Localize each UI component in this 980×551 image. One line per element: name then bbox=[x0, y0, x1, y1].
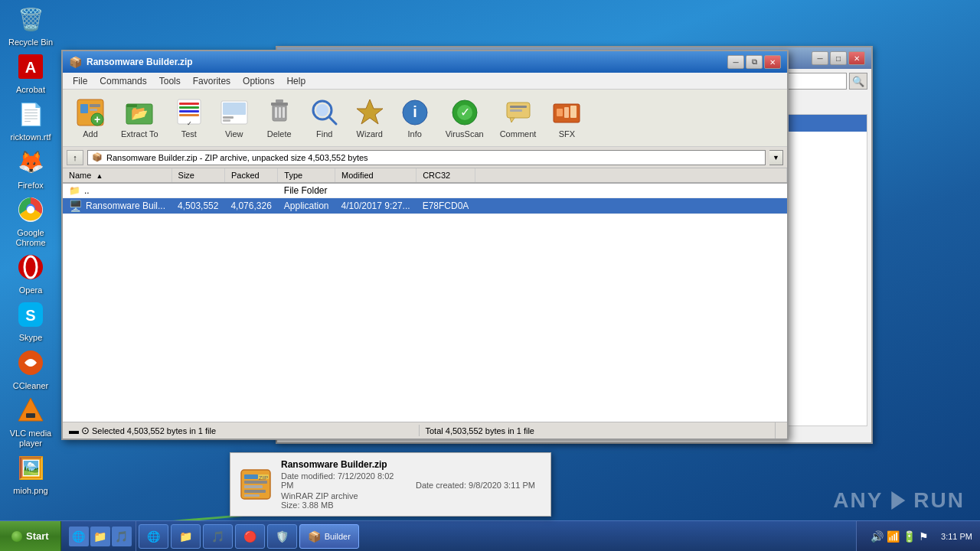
status-resize-handle[interactable] bbox=[775, 422, 787, 439]
desktop-icon-mioh[interactable]: 🖼️ mioh.png bbox=[4, 452, 57, 496]
taskbar-item-ie[interactable]: 🌐 bbox=[139, 524, 168, 549]
ccleaner-label: CCleaner bbox=[13, 381, 48, 391]
find-label: Find bbox=[316, 129, 332, 139]
anyrun-logo: ANY RUN bbox=[833, 488, 965, 513]
taskbar-item-media[interactable]: 🎵 bbox=[203, 524, 233, 549]
col-type-header[interactable]: Type bbox=[278, 168, 335, 183]
clock-time: 3:11 PM bbox=[941, 532, 972, 541]
quick-launch-explorer[interactable]: 📁 bbox=[90, 527, 110, 546]
extract-to-icon: 📂 bbox=[125, 98, 154, 127]
menu-favorites[interactable]: Favorites bbox=[187, 74, 237, 88]
info-button[interactable]: i Info bbox=[394, 94, 436, 142]
comment-button[interactable]: Comment bbox=[493, 94, 544, 142]
menu-commands[interactable]: Commands bbox=[93, 74, 152, 88]
taskbar-right: 🔊 📶 🔋 ⚑ 3:11 PM bbox=[856, 521, 980, 551]
svg-rect-16 bbox=[223, 103, 246, 115]
col-modified-header[interactable]: Modified bbox=[335, 168, 416, 183]
desktop-icon-chrome[interactable]: Google Chrome bbox=[4, 194, 57, 248]
view-button[interactable]: View bbox=[213, 94, 256, 142]
test-button[interactable]: ✓ Test bbox=[168, 94, 211, 142]
virusscan-button[interactable]: ✓ VirusScan bbox=[439, 94, 491, 142]
file-size-cell bbox=[172, 183, 224, 198]
preview-title: Ransomware Builder.zip bbox=[281, 459, 407, 470]
extract-to-label: Extract To bbox=[121, 129, 158, 139]
desktop-icon-skype[interactable]: S Skype bbox=[4, 299, 57, 343]
taskbar-item-ie2[interactable]: 🔴 bbox=[235, 524, 265, 549]
tray-icon-battery[interactable]: 🔋 bbox=[903, 530, 916, 543]
sfx-icon bbox=[552, 98, 581, 127]
svg-text:📂: 📂 bbox=[131, 105, 149, 122]
winrar-minimize-button[interactable]: ─ bbox=[727, 55, 744, 69]
sfx-button[interactable]: SFX bbox=[545, 94, 588, 142]
quick-launch-ie[interactable]: 🌐 bbox=[69, 527, 89, 546]
svg-point-54 bbox=[27, 206, 34, 214]
svg-rect-3 bbox=[90, 109, 97, 111]
table-row[interactable]: 🖥️ Ransomware Buil... 4,503,552 4,076,32… bbox=[63, 198, 787, 214]
file-packed-cell: 4,076,326 bbox=[224, 198, 277, 214]
find-icon bbox=[310, 98, 339, 127]
col-packed-header[interactable]: Packed bbox=[224, 168, 277, 183]
taskbar-item-builder[interactable]: 📦 Builder bbox=[299, 524, 359, 549]
menu-bar: File Commands Tools Favorites Options He… bbox=[63, 73, 787, 90]
winrar-restore-button[interactable]: ⧉ bbox=[746, 55, 763, 69]
file-modified-cell: 4/10/2017 9:27... bbox=[335, 198, 416, 214]
col-size-header[interactable]: Size bbox=[172, 168, 224, 183]
preview-size-label: Size: 3.88 MB bbox=[281, 500, 333, 510]
taskbar-item-explorer[interactable]: 📁 bbox=[171, 524, 201, 549]
extract-to-button[interactable]: 📂 Extract To bbox=[114, 94, 165, 142]
svg-rect-35 bbox=[510, 106, 527, 108]
svg-text:ZIP: ZIP bbox=[259, 474, 268, 481]
quick-launch-media[interactable]: 🎵 bbox=[112, 527, 132, 546]
recycle-bin-label: Recycle Bin bbox=[8, 37, 53, 47]
navigate-up-button[interactable]: ↑ bbox=[67, 150, 83, 165]
desktop-icon-ccleaner[interactable]: CCleaner bbox=[4, 347, 57, 391]
add-button[interactable]: + Add bbox=[69, 94, 112, 142]
menu-help[interactable]: Help bbox=[280, 74, 312, 88]
taskbar: Start 🌐 📁 🎵 🌐 📁 🎵 🔴 🛡️ 📦 Builder 🔊 bbox=[0, 520, 980, 551]
bg-maximize-button[interactable]: □ bbox=[830, 51, 847, 65]
svg-text:+: + bbox=[94, 113, 100, 126]
desktop-icon-recycle-bin[interactable]: 🗑️ Recycle Bin bbox=[4, 4, 57, 47]
bg-close-button[interactable]: ✕ bbox=[848, 51, 865, 65]
find-button[interactable]: Find bbox=[303, 94, 346, 142]
svg-rect-12 bbox=[179, 110, 199, 112]
menu-tools[interactable]: Tools bbox=[153, 74, 187, 88]
bg-minimize-button[interactable]: ─ bbox=[812, 51, 828, 65]
skype-icon: S bbox=[15, 299, 46, 330]
winrar-close-button[interactable]: ✕ bbox=[764, 55, 781, 69]
preview-meta1: Date modified: 7/12/2020 8:02 PM bbox=[281, 471, 407, 490]
desktop-icon-opera[interactable]: Opera bbox=[4, 252, 57, 295]
file-type-cell: File Folder bbox=[278, 183, 335, 198]
file-packed-cell bbox=[224, 183, 277, 198]
menu-options[interactable]: Options bbox=[237, 74, 280, 88]
svg-rect-23 bbox=[279, 107, 281, 118]
tray-icon-network[interactable]: 📶 bbox=[887, 530, 900, 543]
wizard-button[interactable]: Wizard bbox=[348, 94, 391, 142]
svg-text:✓: ✓ bbox=[459, 106, 469, 119]
desktop-icon-firefox[interactable]: 🦊 Firefox bbox=[4, 147, 57, 191]
delete-button[interactable]: Delete bbox=[258, 94, 301, 142]
desktop-icon-ricktown[interactable]: 📄 ricktown.rtf bbox=[4, 99, 57, 142]
desktop-icon-acrobat[interactable]: A Acrobat bbox=[4, 51, 57, 95]
ricktown-label: ricktown.rtf bbox=[10, 132, 51, 142]
taskbar-item-security[interactable]: 🛡️ bbox=[267, 524, 297, 549]
desktop-icon-vlc[interactable]: VLC media player bbox=[4, 395, 57, 448]
start-button[interactable]: Start bbox=[0, 521, 61, 552]
svg-text:S: S bbox=[25, 307, 35, 324]
bg-search-button[interactable]: 🔍 bbox=[849, 73, 867, 90]
menu-file[interactable]: File bbox=[67, 74, 93, 88]
table-row[interactable]: 📁 .. File Folder bbox=[63, 183, 787, 198]
col-crc32-header[interactable]: CRC32 bbox=[416, 168, 475, 183]
address-dropdown-button[interactable]: ▼ bbox=[769, 150, 783, 165]
svg-rect-22 bbox=[275, 107, 277, 118]
tray-icon-flag[interactable]: ⚑ bbox=[919, 530, 929, 543]
preview-meta2: Date created: 9/8/2020 3:11 PM bbox=[416, 481, 541, 490]
view-label: View bbox=[225, 129, 243, 139]
preview-info: Ransomware Builder.zip Date modified: 7/… bbox=[281, 459, 407, 510]
bg-window-controls: ─ □ ✕ bbox=[812, 51, 865, 65]
folder-up-icon: 📁 bbox=[69, 185, 80, 196]
col-name-header[interactable]: Name ▲ bbox=[63, 168, 172, 183]
tray-icon-volume[interactable]: 🔊 bbox=[871, 530, 884, 543]
quick-launch: 🌐 📁 🎵 bbox=[65, 521, 136, 551]
sfx-label: SFX bbox=[559, 129, 575, 139]
